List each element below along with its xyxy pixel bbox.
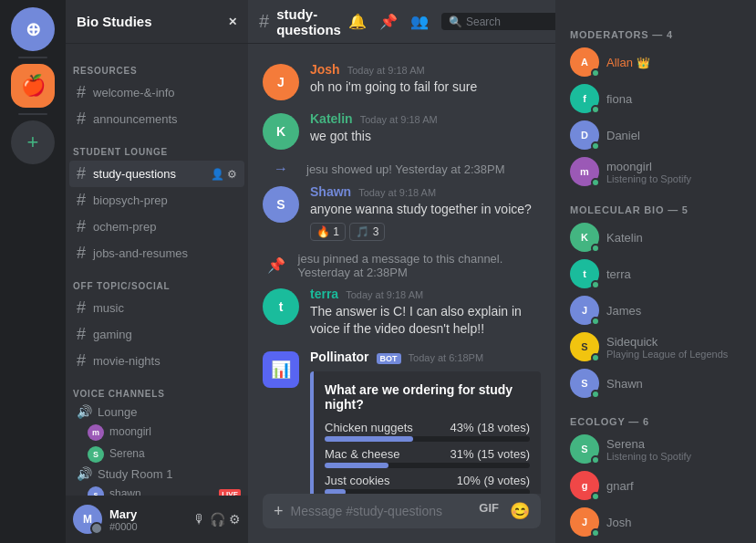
member-name-fiona: fiona: [606, 92, 741, 106]
member-info-terra: terra: [606, 267, 741, 281]
plus-icon[interactable]: +: [274, 502, 284, 521]
pin-icon[interactable]: 📌: [379, 13, 398, 30]
member-katelin-m[interactable]: K Katelin: [563, 219, 749, 256]
channel-name-music: music: [93, 301, 237, 315]
reaction-fire[interactable]: 🔥 1: [310, 223, 346, 241]
username-pollinator-1[interactable]: Pollinator: [310, 350, 369, 364]
channel-biopsych-prep[interactable]: # biopsych-prep: [69, 187, 244, 214]
status-josh: [591, 528, 600, 538]
server-divider: [18, 57, 47, 58]
message-josh: J Josh Today at 9:18 AM oh no i'm going …: [248, 58, 555, 104]
channel-welcome-info[interactable]: # welcome-&-info: [69, 79, 244, 106]
status-serena: [591, 455, 600, 465]
username-shawn[interactable]: Shawn: [310, 184, 351, 199]
member-info-sidequick: Sidequick Playing League of Legends: [606, 335, 741, 360]
channel-hash-icon: #: [77, 83, 86, 102]
user-panel: M Mary #0000 🎙 🎧 ⚙: [66, 496, 248, 543]
status-moongirl: [591, 178, 600, 187]
reaction-music[interactable]: 🎵 3: [349, 223, 385, 241]
timestamp-shawn: Today at 9:18 AM: [358, 187, 436, 198]
username-terra[interactable]: terra: [310, 287, 338, 301]
poll-pct-2: 31% (15 votes): [450, 447, 530, 461]
voice-channel-lounge[interactable]: 🔊 Lounge: [69, 402, 244, 421]
member-name-serena: Serena: [606, 437, 741, 451]
timestamp-poll: Today at 6:18PM: [409, 352, 484, 363]
username-josh[interactable]: Josh: [310, 62, 340, 77]
message-content-terra: terra Today at 9:18 AM The answer is C! …: [310, 287, 541, 339]
channel-gaming[interactable]: # gaming: [69, 321, 244, 348]
members-icon[interactable]: 👥: [410, 13, 429, 30]
bio-studies-server-icon[interactable]: 🍎: [11, 64, 55, 108]
message-input-field[interactable]: [291, 494, 472, 528]
main-content: # study-questions 🔔 📌 👥 🔍 Search 📥 ❓ J: [248, 0, 555, 543]
channel-music[interactable]: # music: [69, 295, 244, 321]
timestamp-josh: Today at 9:18 AM: [347, 65, 425, 76]
status-allan: [591, 68, 600, 78]
member-fiona[interactable]: f fiona: [563, 80, 749, 117]
status-katelin: [591, 244, 600, 253]
avatar-shawn: S: [263, 186, 299, 223]
message-text-shawn: anyone wanna study together in voice?: [310, 201, 541, 219]
member-james[interactable]: J James: [563, 292, 749, 329]
category-off-topic-label: OFF TOPIC/SOCIAL: [73, 281, 171, 291]
member-daniel[interactable]: D Daniel: [563, 117, 749, 153]
member-info-josh: Josh: [606, 516, 741, 529]
search-box[interactable]: 🔍 Search: [441, 13, 555, 30]
channel-name-welcome: welcome-&-info: [93, 86, 237, 99]
category-student-lounge[interactable]: STUDENT LOUNGE: [66, 132, 248, 161]
settings-icon[interactable]: ⚙: [229, 512, 241, 527]
voice-user-serena[interactable]: S Serena: [66, 443, 248, 465]
message-content-katelin: Katelin Today at 9:18 AM we got this: [310, 111, 541, 150]
channel-jobs-resumes[interactable]: # jobs-and-resumes: [69, 240, 244, 266]
system-message-jesu-joined: → jesu showed up! Yesterday at 2:38PM: [248, 157, 555, 181]
voice-channel-study-room-1[interactable]: 🔊 Study Room 1: [69, 465, 244, 483]
search-placeholder: Search: [466, 16, 501, 28]
category-voice[interactable]: VOICE CHANNELS: [66, 374, 248, 402]
member-name-terra: terra: [606, 267, 741, 281]
message-header-shawn: Shawn Today at 9:18 AM: [310, 184, 541, 199]
emoji-button[interactable]: 😊: [510, 501, 530, 521]
server-header[interactable]: Bio Studies ✕: [66, 0, 248, 44]
poll-embed: What are we ordering for study night? Ch…: [310, 371, 541, 494]
category-off-topic[interactable]: OFF TOPIC/SOCIAL: [66, 266, 248, 295]
member-info-allan: Allan 👑: [606, 56, 741, 69]
poll-label-2: Mac & cheese: [325, 447, 399, 461]
member-serena-m[interactable]: S Serena Listening to Spotify: [563, 431, 749, 467]
headphone-icon[interactable]: 🎧: [210, 512, 225, 527]
member-sidequick[interactable]: S Sidequick Playing League of Legends: [563, 329, 749, 365]
messages-container: J Josh Today at 9:18 AM oh no i'm going …: [248, 44, 555, 494]
member-moongirl[interactable]: m moongirl Listening to Spotify: [563, 153, 749, 190]
member-info-fiona: fiona: [606, 92, 741, 106]
member-allan[interactable]: A Allan 👑: [563, 44, 749, 80]
member-name-shawn: Shawn: [606, 377, 741, 391]
poll-pct-1: 43% (18 votes): [450, 421, 530, 434]
channel-name-ochem: ochem-prep: [93, 220, 237, 234]
mic-icon[interactable]: 🎙: [193, 512, 206, 527]
members-sidebar: MODERATORS — 4 A Allan 👑 f fiona D Danie…: [555, 0, 756, 543]
channel-study-questions[interactable]: # study-questions 👤 ⚙: [69, 161, 244, 187]
member-terra-m[interactable]: t terra: [563, 256, 749, 292]
system-join-icon: →: [263, 161, 299, 177]
channel-ochem-prep[interactable]: # ochem-prep: [69, 214, 244, 240]
bell-icon[interactable]: 🔔: [348, 13, 367, 30]
category-resources[interactable]: RESOURCES: [66, 51, 248, 79]
system-text-jesu-pinned: jesu pinned a message to this channel. Y…: [298, 252, 541, 279]
member-gnarf[interactable]: g gnarf: [563, 467, 749, 504]
user-controls[interactable]: 🎙 🎧 ⚙: [193, 512, 241, 527]
server-header-arrow-icon: ✕: [228, 16, 237, 28]
gif-button[interactable]: GIF: [479, 501, 499, 521]
discord-home-icon[interactable]: ⊕: [11, 7, 55, 51]
current-user-letter: M: [83, 513, 92, 526]
member-info-serena: Serena Listening to Spotify: [606, 437, 741, 462]
add-server-icon[interactable]: +: [11, 120, 55, 164]
member-shawn-m[interactable]: S Shawn: [563, 365, 749, 402]
channel-announcements[interactable]: # announcements: [69, 106, 244, 132]
message-pollinator-poll: 📊 Pollinator BOT Today at 6:18PM What ar…: [248, 346, 555, 494]
channel-movie-nights[interactable]: # movie-nights: [69, 348, 244, 374]
member-josh-m[interactable]: J Josh: [563, 504, 749, 540]
avatar-daniel: D: [570, 120, 599, 150]
voice-user-shawn[interactable]: s shawn LIVE: [66, 483, 248, 496]
username-katelin[interactable]: Katelin: [310, 111, 353, 126]
voice-user-moongirl[interactable]: m moongirl: [66, 421, 248, 443]
sidebar-content: RESOURCES # welcome-&-info # announcemen…: [66, 44, 248, 496]
